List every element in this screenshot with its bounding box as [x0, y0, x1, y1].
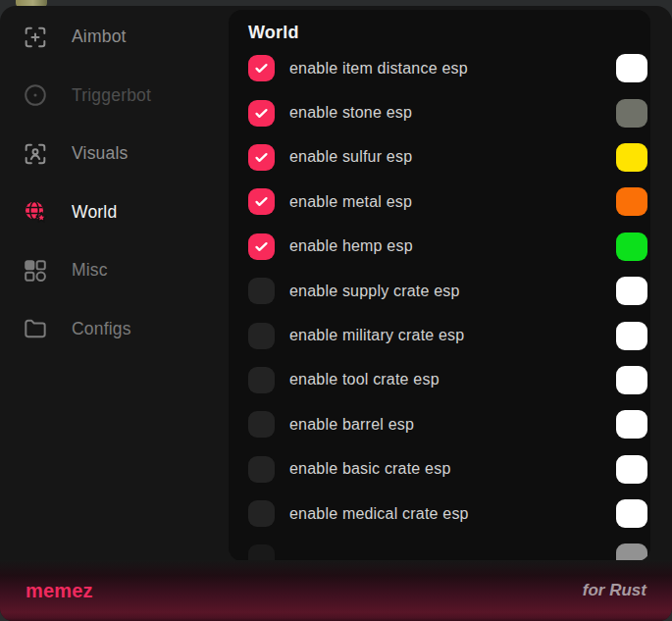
sidebar-item-aimbot[interactable]: Aimbot: [0, 8, 229, 67]
esp-checkbox[interactable]: [248, 500, 275, 527]
cheat-menu-window: Aimbot Triggerbot Visuals World Misc Con…: [0, 6, 672, 621]
esp-row: enable basic crate esp: [248, 447, 650, 492]
esp-checkbox[interactable]: [248, 456, 275, 483]
esp-checkbox[interactable]: [248, 100, 275, 127]
sidebar-item-configs[interactable]: Configs: [0, 300, 229, 359]
sidebar-item-misc[interactable]: Misc: [0, 241, 229, 300]
color-swatch[interactable]: [616, 455, 647, 484]
sidebar-item-world[interactable]: World: [0, 183, 229, 242]
esp-row-label: enable sulfur esp: [289, 148, 412, 166]
esp-row: enable medical crate esp: [248, 492, 650, 536]
crosshair-icon: [22, 24, 49, 51]
esp-checkbox[interactable]: [248, 544, 275, 561]
sidebar-item-triggerbot[interactable]: Triggerbot: [0, 67, 229, 126]
scan-person-icon: [22, 140, 49, 168]
esp-row-label: enable supply crate esp: [289, 283, 460, 300]
esp-row: enable barrel esp: [248, 402, 650, 446]
color-swatch[interactable]: [616, 54, 647, 82]
esp-row: enable sulfur esp: [248, 135, 650, 180]
esp-row-label: enable military crate esp: [289, 327, 464, 344]
esp-checkbox[interactable]: [248, 188, 275, 215]
esp-row-label: enable stone esp: [289, 104, 412, 122]
sidebar: Aimbot Triggerbot Visuals World Misc Con…: [0, 6, 229, 560]
esp-row-label: enable item distance esp: [289, 60, 468, 78]
folder-icon: [22, 315, 49, 342]
esp-row: enable item distance esp: [248, 46, 650, 90]
color-swatch[interactable]: [616, 499, 647, 528]
esp-row-label: enable metal esp: [289, 193, 412, 211]
color-swatch[interactable]: [616, 277, 647, 305]
color-swatch[interactable]: [616, 543, 647, 561]
color-swatch[interactable]: [616, 233, 647, 261]
esp-row-label: enable barrel esp: [289, 416, 414, 434]
esp-row: enable metal esp: [248, 180, 650, 224]
esp-row: enable tool crate esp: [248, 358, 650, 402]
color-swatch[interactable]: [616, 366, 647, 394]
color-swatch[interactable]: [616, 143, 647, 172]
esp-checkbox[interactable]: [248, 411, 275, 438]
target-icon: [22, 81, 49, 109]
esp-options-list[interactable]: enable item distance esp enable stone es…: [248, 46, 650, 561]
color-swatch[interactable]: [616, 187, 647, 216]
color-swatch[interactable]: [616, 322, 647, 350]
globe-icon: [22, 198, 49, 226]
esp-row: enable military crate esp: [248, 313, 650, 357]
esp-row-label: enable basic crate esp: [289, 460, 451, 478]
esp-row-label: enable hemp esp: [289, 237, 413, 255]
footer: memez for Rust: [0, 560, 672, 621]
esp-row: [248, 536, 650, 561]
esp-checkbox[interactable]: [248, 278, 275, 304]
esp-row-label: enable medical crate esp: [289, 505, 469, 523]
esp-row: enable stone esp: [248, 90, 650, 134]
footer-tagline: for Rust: [583, 581, 646, 600]
brand-name: memez: [26, 580, 93, 602]
world-panel: World enable item distance esp enable st…: [229, 10, 650, 561]
esp-checkbox[interactable]: [248, 144, 275, 171]
color-swatch[interactable]: [616, 410, 647, 439]
esp-checkbox[interactable]: [248, 367, 275, 393]
esp-row: enable supply crate esp: [248, 269, 650, 313]
panel-title: World: [248, 22, 650, 43]
shapes-icon: [22, 257, 49, 285]
esp-row-label: enable tool crate esp: [289, 371, 439, 388]
esp-checkbox[interactable]: [248, 55, 275, 81]
color-swatch[interactable]: [616, 99, 647, 128]
esp-checkbox[interactable]: [248, 323, 275, 349]
sidebar-item-visuals[interactable]: Visuals: [0, 125, 229, 183]
esp-row: enable hemp esp: [248, 225, 650, 269]
esp-checkbox[interactable]: [248, 233, 275, 260]
